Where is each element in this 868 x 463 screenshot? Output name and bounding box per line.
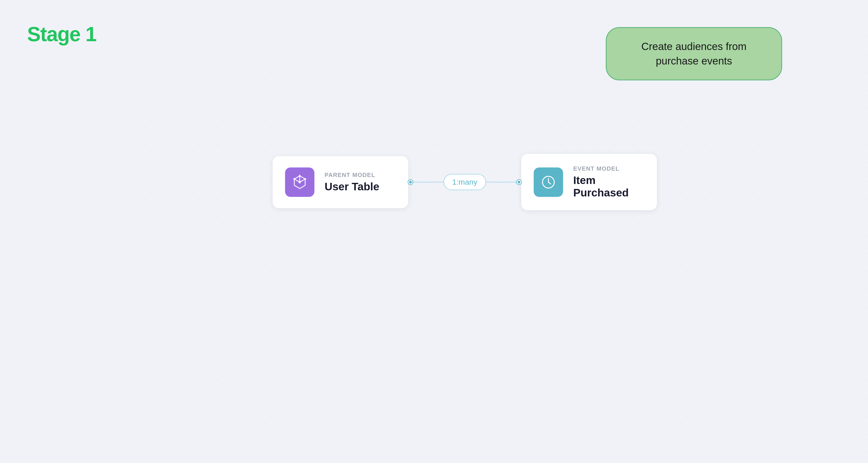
- cube-icon: [291, 174, 308, 190]
- event-model-info: EVENT MODEL Item Purchased: [573, 165, 645, 199]
- svg-point-2: [304, 178, 306, 180]
- relation-badge: 1:many: [443, 174, 486, 190]
- connection-dot-right: [517, 180, 521, 184]
- event-model-card[interactable]: EVENT MODEL Item Purchased: [521, 154, 657, 210]
- event-model-icon: [534, 168, 563, 197]
- parent-model-type-label: PARENT MODEL: [324, 172, 379, 178]
- connection-dot-left: [408, 180, 413, 184]
- stage-title: Stage 1: [27, 23, 96, 46]
- event-model-name: Item Purchased: [573, 174, 645, 199]
- clock-icon: [540, 174, 557, 190]
- parent-model-icon: [285, 168, 314, 197]
- svg-point-0: [299, 181, 301, 183]
- parent-model-name: User Table: [324, 180, 379, 193]
- callout-box: Create audiences from purchase events: [606, 27, 782, 80]
- svg-point-1: [299, 175, 301, 177]
- parent-model-info: PARENT MODEL User Table: [324, 172, 379, 193]
- svg-point-3: [293, 178, 295, 180]
- parent-model-card[interactable]: PARENT MODEL User Table: [273, 156, 408, 208]
- models-container: PARENT MODEL User Table 1:many EVENT MOD…: [273, 154, 657, 210]
- event-model-type-label: EVENT MODEL: [573, 165, 645, 172]
